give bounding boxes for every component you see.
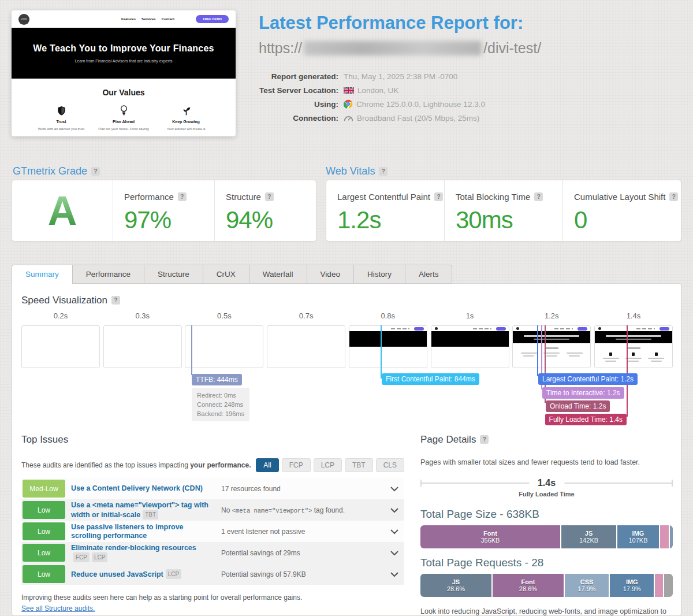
page-details-heading: Page Details?: [420, 434, 673, 446]
page-details-description: Pages with smaller total sizes and fewer…: [420, 458, 673, 466]
filmstrip-time-label: 1.2s: [512, 311, 591, 325]
issue-detail: Potential savings of 29ms: [213, 549, 385, 557]
fully-loaded-time-scale: 1.4s Fully Loaded Time: [420, 477, 673, 500]
filter-cls[interactable]: CLS: [376, 458, 404, 472]
preview-value-grow: Keep Growing Your advisor will create a: [157, 105, 215, 131]
tbt-cell: Total Blocking Time? 30ms: [444, 180, 562, 241]
fully-loaded-marker-line: [627, 325, 628, 417]
issue-row[interactable]: Med-LowUse a Content Delivery Network (C…: [21, 478, 404, 499]
using-label: Using:: [259, 100, 338, 109]
issue-row[interactable]: LowReduce unused JavaScriptLCPPotential …: [21, 563, 404, 585]
issue-row[interactable]: LowUse a <meta name="viewport"> tag with…: [21, 499, 404, 521]
structure-value: 94%: [226, 206, 316, 234]
total-page-requests-heading: Total Page Requests - 28: [420, 556, 673, 569]
tti-badge: Time to Interactive: 1.2s: [542, 387, 624, 399]
cls-cell: Cumulative Layout Shift? 0: [562, 180, 681, 241]
help-icon[interactable]: ?: [91, 167, 100, 176]
issue-title-link[interactable]: Use a <meta name="viewport"> tag with wi…: [71, 501, 208, 519]
performance-label: Performance?: [124, 192, 214, 202]
filmstrip-time-label: 1.4s: [594, 311, 673, 325]
bar-segment-img: IMG17.9%: [610, 574, 655, 597]
server-location-value: London, UK: [344, 86, 398, 95]
fully-loaded-badge: Fully Loaded Time: 1.4s: [545, 414, 627, 425]
top-issues-section: Top Issues These audits are identified a…: [21, 434, 404, 613]
preview-nav-links: Features Services Contact: [121, 17, 174, 21]
total-page-size-heading: Total Page Size - 638KB: [420, 508, 673, 521]
chevron-down-icon[interactable]: [385, 569, 404, 580]
chevron-down-icon[interactable]: [385, 526, 404, 537]
chrome-icon: [344, 99, 353, 109]
issue-title: Use a Content Delivery Network (CDN): [71, 484, 213, 493]
page-details-footer: Look into reducing JavaScript, reducing …: [420, 606, 673, 616]
severity-badge: Low: [23, 544, 65, 562]
issue-detail: 17 resources found: [213, 485, 385, 493]
issue-row[interactable]: LowUse passive listeners to improve scro…: [21, 521, 404, 542]
issue-title: Reduce unused JavaScriptLCP: [71, 569, 213, 579]
tab-alerts[interactable]: Alerts: [405, 265, 453, 284]
filter-all[interactable]: All: [256, 458, 278, 472]
tab-history[interactable]: History: [354, 265, 405, 284]
fcp-badge: First Contentful Paint: 844ms: [382, 373, 479, 385]
issue-title-link[interactable]: Eliminate render-blocking resources: [71, 544, 196, 552]
filmstrip-frame: 1.4s: [594, 311, 673, 368]
url-prefix: https://: [259, 40, 302, 57]
onload-badge: Onload Time: 1.2s: [546, 400, 610, 412]
issue-detail: 1 event listener not passive: [213, 528, 385, 536]
preview-nav-item: Contact: [162, 17, 174, 21]
page-requests-bar: JS28.6%Font28.6%CSS17.9%IMG17.9%: [420, 574, 673, 597]
plant-icon: [157, 105, 215, 116]
server-location-label: Test Server Location:: [259, 86, 338, 95]
help-icon[interactable]: ?: [178, 192, 187, 201]
issue-title-link[interactable]: Reduce unused JavaScript: [71, 570, 163, 578]
help-icon[interactable]: ?: [534, 192, 543, 201]
preview-nav-item: Services: [141, 17, 156, 21]
issue-row[interactable]: LowEliminate render-blocking resourcesFC…: [21, 542, 404, 563]
issue-title-link[interactable]: Use a Content Delivery Network (CDN): [71, 484, 203, 492]
bar-segment-font: Font28.6%: [493, 574, 565, 597]
connection-value: Broadband Fast (20/5 Mbps, 25ms): [344, 114, 479, 123]
help-icon[interactable]: ?: [379, 167, 388, 176]
speedometer-icon: [344, 114, 353, 121]
gtmetrix-grade-card: A Performance? 97% Structure? 94%: [12, 180, 316, 242]
issue-detail: Potential savings of 57.9KB: [213, 570, 385, 578]
chevron-down-icon[interactable]: [385, 548, 404, 558]
help-icon[interactable]: ?: [265, 192, 274, 201]
filmstrip-time-label: 0.8s: [349, 311, 427, 325]
bar-segment-css: CSS17.9%: [565, 574, 610, 597]
preview-hero-subtitle: Learn from Financial Advisors that are i…: [74, 59, 172, 63]
help-icon[interactable]: ?: [480, 435, 489, 444]
filmstrip-frame: 1.2s: [512, 311, 591, 368]
bar-segment-js: JS28.6%: [420, 574, 493, 597]
issue-list: Med-LowUse a Content Delivery Network (C…: [21, 478, 404, 585]
help-icon[interactable]: ?: [434, 192, 443, 201]
page-size-bar: Font356KBJS142KBIMG107KB: [420, 525, 673, 548]
severity-badge: Med-Low: [23, 480, 65, 498]
filter-tbt[interactable]: TBT: [345, 458, 373, 472]
tbt-value: 30ms: [456, 206, 562, 234]
redacted-url-blur: [304, 41, 482, 55]
url-suffix: /divi-test/: [483, 40, 541, 57]
filter-fcp[interactable]: FCP: [282, 458, 311, 472]
chevron-down-icon[interactable]: [385, 484, 404, 494]
ttfb-details: Redirect: 0msConnect: 248msBackend: 196m…: [192, 388, 249, 421]
help-icon[interactable]: ?: [669, 192, 678, 201]
filter-lcp[interactable]: LCP: [314, 458, 342, 472]
ttfb-badge: TTFB: 444ms: [192, 374, 242, 385]
lcp-marker-line: [537, 325, 538, 376]
issue-title-link[interactable]: Use passive listeners to improve scrolli…: [71, 523, 184, 540]
tab-video[interactable]: Video: [307, 265, 354, 284]
web-vitals-card: Largest Contentful Paint? 1.2s Total Blo…: [326, 180, 681, 242]
tab-waterfall[interactable]: Waterfall: [249, 265, 307, 284]
issues-footer-text: Improving these audits seen here can hel…: [21, 593, 404, 602]
help-icon[interactable]: ?: [111, 296, 120, 305]
see-all-structure-audits-link[interactable]: See all Structure audits.: [21, 604, 95, 613]
cls-value: 0: [574, 206, 681, 234]
preview-section-title: Our Values: [12, 88, 236, 97]
issue-tag: LCP: [166, 569, 181, 579]
chevron-down-icon[interactable]: [385, 505, 404, 515]
tab-structure[interactable]: Structure: [144, 265, 203, 284]
tab-crux[interactable]: CrUX: [203, 265, 249, 284]
tab-performance[interactable]: Performance: [73, 265, 144, 284]
preview-logo: LOGO: [18, 14, 29, 25]
tab-summary[interactable]: Summary: [12, 265, 73, 284]
